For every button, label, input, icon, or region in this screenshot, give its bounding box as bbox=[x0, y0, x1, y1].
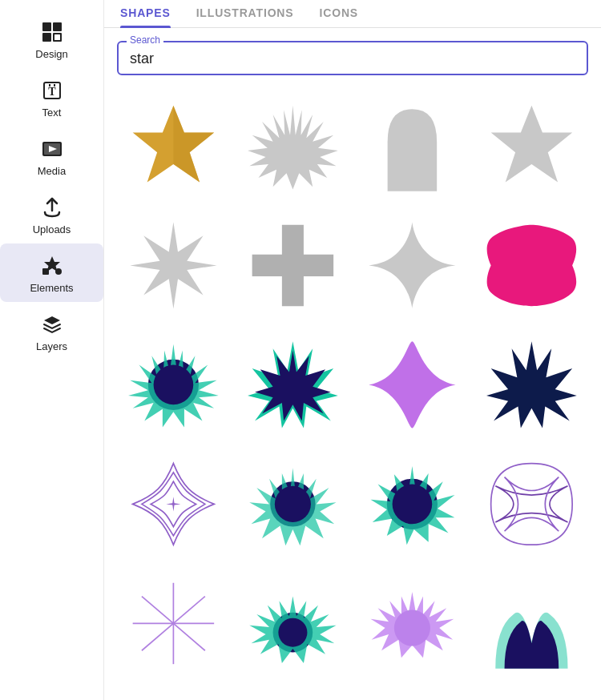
svg-rect-2 bbox=[42, 33, 51, 42]
svg-point-44 bbox=[278, 618, 307, 647]
shape-gold-star[interactable] bbox=[117, 90, 230, 203]
sidebar-item-media-label: Media bbox=[38, 165, 66, 177]
elements-icon bbox=[41, 255, 63, 277]
svg-point-33 bbox=[393, 485, 433, 525]
shape-purple-hourglass[interactable] bbox=[475, 448, 588, 561]
shape-purple-sun[interactable] bbox=[356, 567, 469, 680]
shapes-grid bbox=[104, 83, 601, 700]
sidebar-item-design-label: Design bbox=[35, 48, 67, 60]
sidebar-item-uploads-label: Uploads bbox=[33, 223, 71, 235]
search-box: Search bbox=[117, 41, 588, 75]
svg-point-30 bbox=[275, 486, 311, 522]
shape-arch[interactable] bbox=[356, 90, 469, 203]
search-input[interactable] bbox=[130, 50, 575, 67]
svg-marker-16 bbox=[173, 106, 214, 183]
sidebar-item-text-label: Text bbox=[42, 107, 62, 119]
shape-navy-8point[interactable] bbox=[475, 328, 588, 441]
text-icon: T bbox=[41, 79, 63, 102]
svg-line-37 bbox=[173, 623, 204, 650]
svg-point-14 bbox=[55, 268, 62, 275]
sidebar-item-uploads[interactable]: Uploads bbox=[0, 185, 103, 243]
tabs-nav: SHAPES ILLUSTRATIONS ICONS bbox=[104, 6, 601, 28]
sidebar-item-elements[interactable]: Elements bbox=[0, 243, 103, 302]
design-icon bbox=[41, 21, 63, 43]
shape-dark-spiky2[interactable] bbox=[236, 448, 349, 561]
sidebar-item-layers-label: Layers bbox=[36, 340, 67, 352]
svg-marker-26 bbox=[486, 341, 577, 428]
svg-rect-7 bbox=[49, 84, 50, 86]
shape-teal-spiky2[interactable] bbox=[236, 567, 349, 680]
svg-text:T: T bbox=[48, 86, 56, 98]
search-label: Search bbox=[127, 34, 163, 46]
shape-dark-spiky[interactable] bbox=[117, 328, 230, 441]
sidebar-item-design[interactable]: Design bbox=[0, 10, 103, 68]
shape-pink-puff[interactable] bbox=[475, 209, 588, 322]
svg-marker-25 bbox=[255, 351, 331, 421]
media-icon bbox=[41, 138, 63, 160]
svg-marker-17 bbox=[248, 106, 338, 190]
svg-rect-4 bbox=[54, 34, 60, 40]
svg-rect-0 bbox=[42, 22, 51, 31]
shape-dark-blob[interactable] bbox=[356, 448, 469, 561]
svg-marker-20 bbox=[252, 225, 334, 307]
svg-line-41 bbox=[142, 597, 173, 624]
search-section: Search bbox=[104, 28, 601, 83]
shape-6point-burst[interactable] bbox=[117, 209, 230, 322]
svg-line-35 bbox=[173, 597, 204, 624]
svg-rect-8 bbox=[54, 84, 55, 86]
sidebar-item-layers[interactable]: Layers bbox=[0, 302, 103, 360]
shape-circle-sparkle[interactable] bbox=[117, 448, 230, 561]
svg-marker-46 bbox=[371, 592, 454, 658]
sidebar-item-media[interactable]: Media bbox=[0, 127, 103, 185]
shape-simple-star[interactable] bbox=[475, 90, 588, 203]
svg-marker-18 bbox=[491, 106, 573, 183]
shape-purple-sparkle[interactable] bbox=[356, 328, 469, 441]
shape-dark-8point[interactable] bbox=[236, 328, 349, 441]
uploads-icon bbox=[41, 196, 63, 219]
shape-line-burst[interactable] bbox=[117, 567, 230, 680]
tab-icons[interactable]: ICONS bbox=[320, 6, 359, 27]
svg-marker-27 bbox=[166, 497, 180, 511]
main-content: SHAPES ILLUSTRATIONS ICONS Search bbox=[104, 0, 601, 700]
sidebar: Design T Text Media bbox=[0, 0, 104, 700]
svg-marker-19 bbox=[130, 222, 216, 308]
svg-rect-1 bbox=[53, 22, 62, 31]
shape-4point-sparkle[interactable] bbox=[356, 209, 469, 322]
tab-shapes[interactable]: SHAPES bbox=[120, 6, 171, 27]
layers-icon bbox=[41, 313, 63, 336]
svg-line-39 bbox=[142, 623, 173, 650]
sidebar-item-elements-label: Elements bbox=[30, 282, 73, 294]
shape-spiky-burst[interactable] bbox=[236, 90, 349, 203]
svg-rect-13 bbox=[42, 268, 49, 275]
svg-point-23 bbox=[154, 365, 194, 405]
tab-illustrations[interactable]: ILLUSTRATIONS bbox=[196, 6, 294, 27]
shape-cross[interactable] bbox=[236, 209, 349, 322]
shape-teal-bump[interactable] bbox=[475, 567, 588, 680]
sidebar-item-text[interactable]: T Text bbox=[0, 68, 103, 127]
